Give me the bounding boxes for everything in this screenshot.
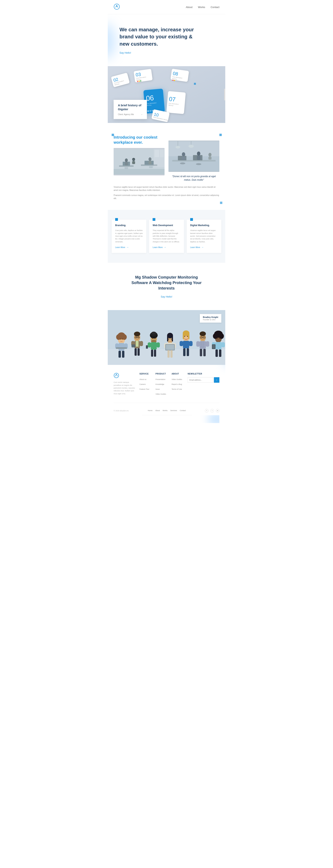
svg-point-47 bbox=[149, 157, 151, 161]
footer-product-heading: PRODUCT bbox=[155, 373, 168, 375]
svg-rect-122 bbox=[168, 350, 170, 358]
svg-rect-123 bbox=[171, 350, 173, 358]
svg-text:08: 08 bbox=[173, 71, 178, 76]
case-study-box: A brief history of Gigster Client: Agenc… bbox=[114, 100, 147, 119]
footer-bottom: © 2018 abcplan.inc Home About Works Serv… bbox=[114, 403, 219, 415]
social-instagram-icon[interactable]: in bbox=[216, 409, 219, 412]
case-study-title: A brief history of Gigster bbox=[118, 103, 143, 111]
hero-headline: We can manage, increase your brand value… bbox=[120, 26, 198, 48]
footer-social-links: f t in bbox=[205, 409, 219, 412]
newsletter-submit-button[interactable]: › bbox=[214, 377, 219, 383]
svg-rect-43 bbox=[125, 162, 128, 165]
svg-point-98 bbox=[135, 337, 136, 338]
svg-rect-94 bbox=[140, 341, 143, 346]
services-section: Branding. Cras justo odio, dapibus ac fa… bbox=[108, 210, 225, 263]
social-facebook-icon[interactable]: f bbox=[205, 409, 208, 412]
cta-say-hello[interactable]: Say Hello! bbox=[161, 295, 172, 298]
svg-rect-131 bbox=[180, 341, 183, 346]
hero-cta[interactable]: Say Hello! bbox=[120, 51, 131, 54]
nav-contact[interactable]: Contact bbox=[211, 6, 219, 9]
webdev-desc: They expected all the alpha particles to… bbox=[153, 229, 180, 243]
webdev-learn-more[interactable]: Learn More → bbox=[153, 246, 180, 249]
svg-point-152 bbox=[201, 337, 202, 338]
social-twitter-icon[interactable]: t bbox=[210, 409, 214, 412]
footer-nav-contact[interactable]: Contact bbox=[180, 409, 186, 411]
svg-rect-73 bbox=[108, 349, 225, 365]
footer-newsletter-heading: NEWSLETTER bbox=[188, 373, 219, 375]
svg-rect-129 bbox=[188, 334, 189, 339]
svg-rect-106 bbox=[148, 342, 151, 347]
workplace-image-1 bbox=[114, 148, 164, 176]
svg-rect-50 bbox=[155, 150, 159, 157]
svg-point-125 bbox=[171, 339, 172, 340]
svg-rect-66 bbox=[197, 156, 200, 160]
svg-rect-130 bbox=[183, 341, 189, 348]
workplace-image-2 bbox=[169, 141, 219, 172]
footer-nav-about[interactable]: About bbox=[155, 409, 160, 411]
cta-section: Mg Shadow Computer Monitoring Software A… bbox=[108, 263, 225, 310]
svg-rect-108 bbox=[146, 345, 148, 349]
team-member-name: Bradley Knight bbox=[203, 316, 218, 318]
nav-works[interactable]: Works bbox=[198, 6, 205, 9]
footer-service-about[interactable]: About us bbox=[140, 378, 147, 380]
footer-about-video-guides[interactable]: Video Guides bbox=[172, 378, 182, 380]
scrollbar[interactable] bbox=[224, 89, 225, 100]
footer-nav-works[interactable]: Works bbox=[162, 409, 168, 411]
svg-rect-162 bbox=[212, 345, 215, 349]
svg-rect-64 bbox=[182, 156, 185, 160]
svg-rect-105 bbox=[151, 342, 157, 350]
svg-rect-116 bbox=[172, 336, 173, 341]
svg-rect-92 bbox=[136, 341, 139, 347]
footer-service-heading: SERVICE bbox=[140, 373, 152, 375]
svg-rect-128 bbox=[183, 334, 184, 339]
footer-nav-home[interactable]: Home bbox=[148, 409, 152, 411]
footer-product-video[interactable]: Video Guides bbox=[155, 393, 166, 395]
svg-rect-158 bbox=[215, 342, 221, 349]
svg-point-103 bbox=[151, 332, 156, 334]
case-study-arrow[interactable]: → bbox=[141, 113, 143, 116]
workplace-text: Vivamus sagittis lacus vel augue laoreet… bbox=[114, 186, 219, 200]
footer-newsletter-col: NEWSLETTER › bbox=[188, 373, 219, 397]
hero-section: We can manage, increase your brand value… bbox=[108, 14, 225, 60]
svg-rect-81 bbox=[116, 347, 127, 349]
svg-rect-82 bbox=[119, 351, 121, 358]
svg-rect-107 bbox=[156, 342, 160, 347]
svg-point-136 bbox=[187, 336, 188, 337]
logo[interactable] bbox=[114, 3, 120, 10]
footer-product-presentation[interactable]: Presentation bbox=[155, 378, 165, 380]
svg-point-68 bbox=[196, 163, 201, 165]
footer-product-issue[interactable]: Issue bbox=[155, 388, 160, 390]
footer-brand: Cum sociis natoque penatibus et magnis d… bbox=[114, 373, 135, 397]
newsletter-email-input[interactable] bbox=[188, 377, 213, 383]
svg-rect-149 bbox=[206, 341, 209, 347]
nav-about[interactable]: About bbox=[186, 6, 192, 9]
svg-rect-110 bbox=[154, 350, 156, 357]
marketing-learn-more[interactable]: Learn More → bbox=[190, 246, 218, 249]
workplace-heading: Introducing our coolest workplace ever. bbox=[114, 135, 164, 145]
workplace-text-2: Praesent commodo cursus magna, vel scele… bbox=[114, 194, 219, 200]
svg-point-168 bbox=[116, 374, 117, 375]
svg-point-42 bbox=[125, 158, 128, 162]
svg-point-65 bbox=[197, 152, 200, 156]
footer-nav-services[interactable]: Services bbox=[170, 409, 177, 411]
services-grid: Branding. Cras justo odio, dapibus ac fa… bbox=[112, 220, 221, 253]
branding-desc: Cras justo odio, dapibus ac facilisis in… bbox=[115, 229, 143, 243]
workplace-left: Introducing our coolest workplace ever. bbox=[114, 135, 164, 176]
footer-service-careers[interactable]: Careers bbox=[140, 383, 146, 385]
svg-rect-97 bbox=[138, 348, 140, 356]
footer-product-knowledge[interactable]: Knowledge bbox=[155, 383, 164, 385]
branding-learn-more[interactable]: Learn More → bbox=[115, 246, 143, 249]
svg-text:03: 03 bbox=[135, 71, 141, 77]
footer-about-terms[interactable]: Terms of Use bbox=[172, 388, 182, 390]
svg-point-135 bbox=[184, 336, 185, 337]
workplace-top: Introducing our coolest workplace ever. bbox=[114, 135, 219, 182]
svg-rect-163 bbox=[215, 349, 218, 357]
svg-point-138 bbox=[200, 332, 206, 336]
footer-about-report-bug[interactable]: Report a Bug bbox=[172, 383, 182, 385]
svg-rect-52 bbox=[125, 167, 128, 169]
footer-service-feature[interactable]: Feature Tour bbox=[140, 388, 149, 390]
svg-rect-45 bbox=[132, 161, 135, 164]
svg-rect-70 bbox=[208, 157, 211, 159]
svg-rect-150 bbox=[200, 349, 202, 356]
footer-about-col: ABOUT Video Guides Report a Bug Terms of… bbox=[172, 373, 184, 397]
